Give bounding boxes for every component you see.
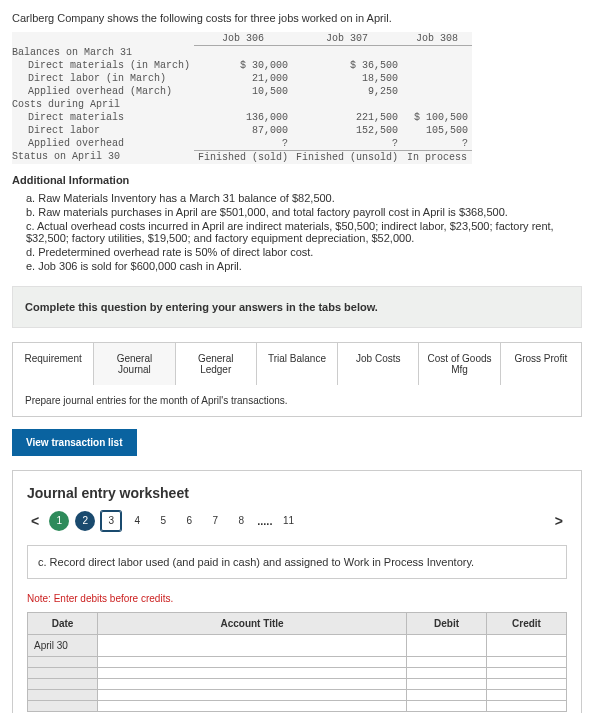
step-1[interactable]: 1 — [49, 511, 69, 531]
step-nav: < 1 2 3 4 5 6 7 8 ..... 11 > — [27, 511, 567, 531]
step-7[interactable]: 7 — [205, 511, 225, 531]
tab-job-costs[interactable]: Job Costs — [338, 343, 419, 385]
info-a: a. Raw Materials Inventory has a March 3… — [26, 192, 582, 204]
account-title-input[interactable] — [98, 634, 407, 656]
table-row: April 30 — [28, 634, 567, 656]
tab-trial-balance[interactable]: Trial Balance — [257, 343, 338, 385]
info-c: c. Actual overhead costs incurred in Apr… — [26, 220, 582, 244]
step-prev-icon[interactable]: < — [27, 513, 43, 529]
table-row — [28, 700, 567, 711]
additional-info-list: a. Raw Materials Inventory has a March 3… — [12, 192, 582, 272]
row-dm-april: Direct materials — [12, 111, 194, 124]
tab-cogm[interactable]: Cost of Goods Mfg — [419, 343, 500, 385]
step-ellipsis: ..... — [257, 515, 272, 527]
account-title-input[interactable] — [98, 656, 407, 667]
table-row — [28, 689, 567, 700]
info-b: b. Raw materials purchases in April are … — [26, 206, 582, 218]
entry-instruction: c. Record direct labor used (and paid in… — [27, 545, 567, 579]
row-dl-march: Direct labor (in March) — [12, 72, 194, 85]
tab-requirement[interactable]: Requirement — [13, 343, 94, 385]
col-job-307: Job 307 — [292, 32, 402, 46]
row-dm-march: Direct materials (in March) — [12, 59, 194, 72]
row-oh-april: Applied overhead — [12, 137, 194, 151]
date-cell: April 30 — [28, 634, 98, 656]
debit-input[interactable] — [407, 634, 487, 656]
tab-instruction: Complete this question by entering your … — [12, 286, 582, 328]
journal-entry-table: Date Account Title Debit Credit April 30 — [27, 612, 567, 712]
step-8[interactable]: 8 — [231, 511, 251, 531]
credit-input[interactable] — [487, 667, 567, 678]
journal-entry-worksheet: Journal entry worksheet < 1 2 3 4 5 6 7 … — [12, 470, 582, 714]
account-title-input[interactable] — [98, 667, 407, 678]
col-debit: Debit — [407, 612, 487, 634]
info-d: d. Predetermined overhead rate is 50% of… — [26, 246, 582, 258]
additional-info-title: Additional Information — [12, 174, 582, 186]
credit-input[interactable] — [487, 656, 567, 667]
col-job-308: Job 308 — [402, 32, 472, 46]
step-4[interactable]: 4 — [127, 511, 147, 531]
debit-input[interactable] — [407, 678, 487, 689]
row-status: Status on April 30 — [12, 150, 194, 164]
prepare-instruction: Prepare journal entries for the month of… — [12, 385, 582, 417]
col-account-title: Account Title — [98, 612, 407, 634]
debit-input[interactable] — [407, 689, 487, 700]
step-3[interactable]: 3 — [101, 511, 121, 531]
debit-input[interactable] — [407, 656, 487, 667]
group-balances: Balances on March 31 — [12, 46, 194, 59]
costs-table: Job 306 Job 307 Job 308 Balances on Marc… — [12, 32, 472, 164]
col-date: Date — [28, 612, 98, 634]
tab-general-journal[interactable]: General Journal — [94, 343, 175, 385]
col-credit: Credit — [487, 612, 567, 634]
intro-text: Carlberg Company shows the following cos… — [12, 12, 582, 24]
table-row — [28, 678, 567, 689]
step-5[interactable]: 5 — [153, 511, 173, 531]
worksheet-title: Journal entry worksheet — [27, 485, 567, 501]
step-11[interactable]: 11 — [278, 511, 298, 531]
step-next-icon[interactable]: > — [551, 513, 567, 529]
account-title-input[interactable] — [98, 700, 407, 711]
tab-gross-profit[interactable]: Gross Profit — [501, 343, 581, 385]
credit-input[interactable] — [487, 689, 567, 700]
row-dl-april: Direct labor — [12, 124, 194, 137]
credit-input[interactable] — [487, 678, 567, 689]
tab-general-ledger[interactable]: General Ledger — [176, 343, 257, 385]
credit-input[interactable] — [487, 700, 567, 711]
account-title-input[interactable] — [98, 678, 407, 689]
group-april: Costs during April — [12, 98, 194, 111]
step-6[interactable]: 6 — [179, 511, 199, 531]
col-job-306: Job 306 — [194, 32, 292, 46]
row-oh-march: Applied overhead (March) — [12, 85, 194, 98]
debits-before-credits-note: Note: Enter debits before credits. — [27, 593, 567, 604]
tabs-row: Requirement General Journal General Ledg… — [12, 342, 582, 385]
step-2[interactable]: 2 — [75, 511, 95, 531]
debit-input[interactable] — [407, 667, 487, 678]
table-row — [28, 667, 567, 678]
table-row — [28, 656, 567, 667]
credit-input[interactable] — [487, 634, 567, 656]
view-transaction-list-button[interactable]: View transaction list — [12, 429, 137, 456]
debit-input[interactable] — [407, 700, 487, 711]
info-e: e. Job 306 is sold for $600,000 cash in … — [26, 260, 582, 272]
account-title-input[interactable] — [98, 689, 407, 700]
